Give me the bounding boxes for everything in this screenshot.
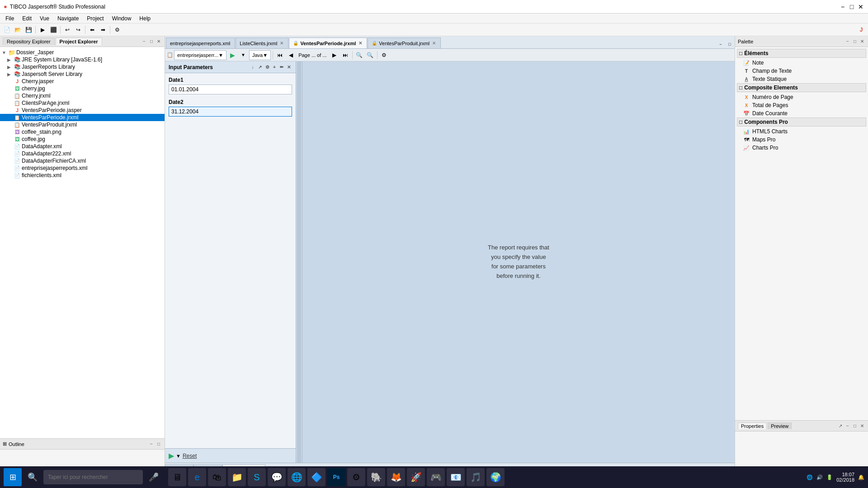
tree-item-js-lib[interactable]: ▶ 📚 Jaspersoft Server Library — [0, 70, 165, 78]
next-page-btn[interactable]: ⏭ — [340, 50, 350, 60]
tab-project-explorer[interactable]: Project Explorer — [56, 38, 102, 45]
palette-section-elements[interactable]: □ Éléments — [737, 49, 866, 58]
outline-minimize[interactable]: − — [148, 441, 155, 447]
params-settings-icon[interactable]: ⚙ — [264, 64, 270, 70]
tree-item-ventes-periode-jrxml[interactable]: 📋 VentesParPeriode.jrxml — [0, 114, 165, 121]
props-minimize-icon[interactable]: − — [844, 423, 851, 429]
prev-btn[interactable]: ◀ — [286, 50, 296, 60]
tab-entreprise-xml[interactable]: entreprisejasperreports.xml — [166, 38, 235, 48]
expand-jr-lib[interactable]: ▶ — [7, 65, 13, 70]
palette-section-composite[interactable]: □ Composite Elements — [737, 83, 866, 92]
palette-minimize[interactable]: − — [844, 38, 851, 45]
outline-maximize[interactable]: □ — [156, 441, 162, 447]
minimize-button[interactable]: − — [839, 3, 846, 10]
taskbar-app-ps[interactable]: Ps — [327, 468, 345, 486]
taskbar-search-input[interactable] — [43, 470, 143, 484]
menu-window[interactable]: Window — [108, 14, 135, 23]
taskbar-app-chrome[interactable]: 🌐 — [288, 468, 306, 486]
tree-item-cherry-jasper[interactable]: J Cherry.jasper — [0, 78, 165, 85]
tree-item-ventes-produit[interactable]: 📋 VentesParProduit.jrxml — [0, 121, 165, 128]
toolbar-stop[interactable]: ⬛ — [48, 25, 58, 35]
subtoolbar-run-dropdown[interactable]: ▼ — [238, 50, 248, 60]
close-tab-liste-clients[interactable]: ✕ — [280, 41, 283, 46]
tree-item-cherry-jrxml[interactable]: 📋 Cherry.jrxml — [0, 92, 165, 99]
toolbar-run[interactable]: ▶ — [38, 25, 47, 35]
tree-item-data-adapter[interactable]: 📄 DataAdapter.xml — [0, 143, 165, 150]
props-maximize-icon[interactable]: □ — [852, 423, 858, 429]
toolbar-open[interactable]: 📂 — [13, 25, 23, 35]
toolbar-save[interactable]: 💾 — [24, 25, 33, 35]
toolbar-new[interactable]: 📄 — [2, 25, 12, 35]
subtoolbar-lang-dropdown[interactable]: Java ▼ — [249, 50, 271, 60]
zoom-in-btn[interactable]: 🔍 — [365, 50, 375, 60]
maximize-button[interactable]: □ — [848, 3, 855, 10]
tab-maximize-btn[interactable]: □ — [726, 40, 734, 48]
expand-dossier[interactable]: ▼ — [2, 50, 7, 55]
tab-ventes-produit[interactable]: 🔒 VentesParProduit.jrxml ✕ — [368, 38, 441, 48]
taskbar-app-skype[interactable]: S — [248, 468, 266, 486]
close-tab-ventes-produit[interactable]: ✕ — [432, 41, 436, 46]
palette-item-charts-pro[interactable]: 📈 Charts Pro — [741, 144, 866, 152]
palette-item-html5-charts[interactable]: 📊 HTML5 Charts — [741, 127, 866, 136]
expand-jre[interactable]: ▶ — [7, 57, 13, 62]
params-add-icon[interactable]: + — [271, 64, 278, 70]
menu-project[interactable]: Project — [83, 14, 107, 23]
toolbar-redo[interactable]: ↪ — [73, 25, 83, 35]
tab-ventes-periode[interactable]: 🔒 VentesParPeriode.jrxml ✕ — [289, 38, 367, 48]
tree-item-clients-par-age[interactable]: 📋 ClientsParAge.jrxml — [0, 99, 165, 107]
palette-item-total-pages[interactable]: X Total de Pages — [741, 101, 866, 109]
notifications-icon[interactable]: 🔔 — [858, 474, 864, 480]
toolbar-align-left[interactable]: ⬅ — [87, 25, 97, 35]
taskbar-app-extra2[interactable]: 🎮 — [427, 468, 445, 486]
prev-page-btn[interactable]: ⏮ — [275, 50, 285, 60]
tab-minimize-btn[interactable]: − — [717, 40, 725, 48]
tree-item-cherry-jpg[interactable]: 🖼 cherry.jpg — [0, 85, 165, 92]
palette-maximize[interactable]: □ — [852, 38, 858, 45]
palette-item-date-courante[interactable]: 📅 Date Courante — [741, 109, 866, 117]
taskbar-app-desktop[interactable]: 🖥 — [168, 468, 186, 486]
params-minimize-icon[interactable]: ↓ — [250, 64, 256, 70]
date2-input[interactable] — [169, 107, 292, 117]
menu-navigate[interactable]: Navigate — [54, 14, 82, 23]
menu-vue[interactable]: Vue — [36, 14, 53, 23]
params-edit-icon[interactable]: ✏ — [278, 64, 285, 70]
maximize-panel-icon[interactable]: □ — [148, 38, 155, 45]
taskbar-app-extra5[interactable]: 🌍 — [486, 468, 505, 486]
start-button[interactable]: ⊞ — [4, 468, 22, 486]
next-btn[interactable]: ▶ — [330, 50, 340, 60]
taskbar-app-extra3[interactable]: 📧 — [447, 468, 465, 486]
date1-input[interactable] — [169, 84, 292, 94]
taskbar-app-store[interactable]: 🛍 — [208, 468, 226, 486]
microphone-icon[interactable]: 🎤 — [145, 468, 163, 486]
menu-edit[interactable]: Edit — [19, 14, 35, 23]
tree-item-fichier-clients[interactable]: 📄 fichierclients.xml — [0, 172, 165, 179]
zoom-out-btn[interactable]: 🔍 — [354, 50, 364, 60]
taskbar-app-evernote[interactable]: 🐘 — [367, 468, 385, 486]
taskbar-app-whatsapp[interactable]: 💬 — [268, 468, 286, 486]
tab-repository-explorer[interactable]: Repository Explorer — [3, 38, 55, 45]
palette-item-num-page[interactable]: X Numéro de Page — [741, 93, 866, 101]
minimize-panel-icon[interactable]: − — [141, 38, 147, 45]
menu-file[interactable]: File — [2, 14, 18, 23]
close-panel-icon[interactable]: ✕ — [156, 38, 162, 45]
params-expand-icon[interactable]: ↗ — [257, 64, 263, 70]
toolbar-undo[interactable]: ↩ — [62, 25, 72, 35]
props-expand-icon[interactable]: ↗ — [837, 423, 844, 429]
taskbar-app-settings[interactable]: ⚙ — [347, 468, 365, 486]
subtoolbar-run-btn[interactable]: ▶ — [227, 50, 237, 60]
toolbar-align-right[interactable]: ➡ — [98, 25, 108, 35]
tab-properties[interactable]: Properties — [738, 422, 767, 429]
close-button[interactable]: ✕ — [857, 3, 864, 10]
run-report-button[interactable]: ▶ — [169, 451, 174, 460]
tree-item-jre[interactable]: ▶ 📚 JRE System Library [JavaSE-1.6] — [0, 56, 165, 63]
taskbar-app-extra1[interactable]: 🚀 — [407, 468, 425, 486]
tree-item-data-adapter-fichier[interactable]: 📄 DataAdapterFichierCA.xml — [0, 157, 165, 164]
taskbar-app-firefox[interactable]: 🦊 — [387, 468, 405, 486]
params-scrollbar[interactable] — [296, 61, 302, 463]
subtoolbar-dropdown1[interactable]: entreprisejasperr... ▼ — [174, 50, 226, 60]
tree-item-data-adapter222[interactable]: 📄 DataAdapter222.xml — [0, 150, 165, 157]
taskbar-app-explorer[interactable]: 📁 — [228, 468, 246, 486]
tree-item-entreprise-xml[interactable]: 📄 entreprisejasperreports.xml — [0, 164, 165, 172]
toolbar-settings[interactable]: ⚙ — [112, 25, 122, 35]
toolbar-extra-1[interactable]: J — [856, 25, 866, 35]
